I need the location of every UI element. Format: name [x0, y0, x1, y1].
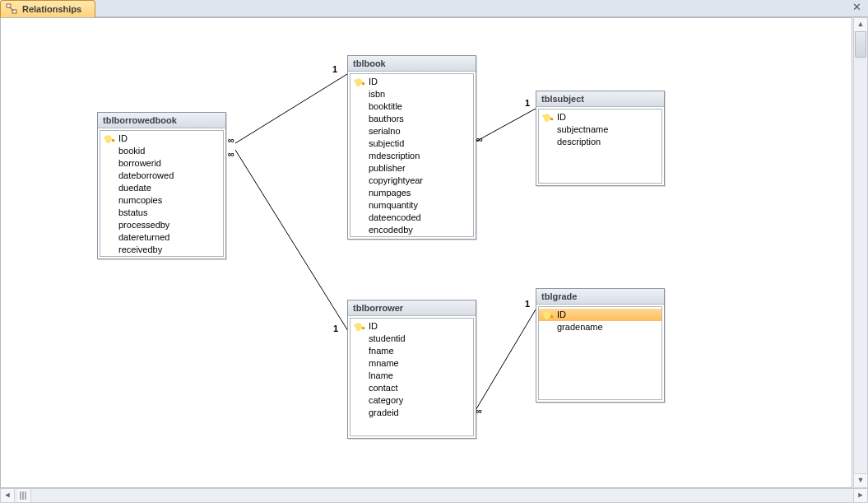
scroll-left-icon[interactable]: ◄ [1, 489, 15, 502]
field-row[interactable]: mname [350, 357, 473, 370]
close-icon[interactable]: ✕ [850, 2, 863, 15]
scroll-right-icon[interactable]: ► [853, 489, 867, 502]
table-tblborrower[interactable]: tblborrower ID studentid fname mname lna… [347, 300, 476, 439]
svg-line-5 [476, 109, 536, 142]
field-row[interactable]: ID [100, 133, 223, 145]
table-title[interactable]: tblborrowedbook [98, 113, 225, 128]
field-row[interactable]: encodedby [350, 224, 473, 236]
field-row[interactable]: publisher [350, 162, 473, 175]
field-row[interactable]: ID [350, 320, 473, 333]
field-row[interactable]: category [350, 394, 473, 407]
field-row[interactable]: bstatus [100, 207, 223, 219]
field-row[interactable]: subjectname [539, 123, 661, 136]
relationships-icon [6, 3, 17, 15]
tab-title: Relationships [22, 4, 81, 14]
field-row[interactable]: contact [350, 382, 473, 394]
table-title[interactable]: tblgrade [536, 289, 664, 305]
table-title[interactable]: tblsubject [536, 91, 664, 107]
tab-relationships[interactable]: Relationships [0, 0, 95, 17]
relationships-canvas[interactable]: 1 ∞ 1 ∞ 1 ∞ 1 ∞ tblborrowedbook ID booki… [0, 17, 852, 488]
field-row[interactable]: duedate [100, 182, 223, 194]
field-list: ID subjectname description [538, 109, 662, 184]
field-list: ID isbn booktitle bauthors serialno subj… [350, 73, 474, 237]
scroll-down-icon[interactable]: ▼ [854, 473, 867, 487]
field-row[interactable]: receivedby [100, 244, 223, 256]
svg-line-4 [235, 150, 348, 331]
vertical-scrollbar[interactable]: ▲ ▼ [853, 17, 868, 488]
field-row[interactable]: dateencoded [350, 212, 473, 224]
field-row[interactable]: booktitle [350, 100, 473, 113]
table-tblsubject[interactable]: tblsubject ID subjectname description [536, 91, 665, 186]
table-title[interactable]: tblbook [348, 56, 476, 72]
field-row[interactable]: lname [350, 370, 473, 382]
field-row[interactable]: ID [539, 111, 661, 123]
cardinality-label: ∞ [476, 134, 483, 144]
field-row[interactable]: subjectid [350, 137, 473, 150]
field-row[interactable]: datereturned [100, 231, 223, 244]
scroll-mode-icon[interactable] [17, 489, 31, 502]
tab-bar: Relationships ✕ [0, 0, 868, 17]
field-row[interactable]: gradeid [350, 407, 473, 419]
field-list: ID gradename [538, 306, 662, 400]
field-row[interactable]: description [539, 136, 661, 148]
field-row[interactable]: gradename [539, 321, 661, 333]
field-row[interactable]: ID [350, 76, 473, 88]
svg-line-6 [475, 310, 536, 412]
field-row[interactable]: ID [539, 309, 661, 321]
field-row[interactable]: numcopies [100, 194, 223, 207]
svg-rect-0 [7, 4, 11, 7]
field-row[interactable]: numquantity [350, 199, 473, 212]
field-row[interactable]: bookid [100, 145, 223, 157]
cardinality-label: 1 [333, 324, 338, 333]
cardinality-label: 1 [525, 98, 530, 108]
field-row[interactable]: bauthors [350, 113, 473, 125]
cardinality-label: 1 [525, 299, 530, 309]
field-row[interactable]: serialno [350, 125, 473, 137]
field-row[interactable]: borrowerid [100, 157, 223, 170]
field-row[interactable]: dateborrowed [100, 170, 223, 182]
svg-line-2 [9, 7, 14, 11]
cardinality-label: ∞ [228, 149, 234, 159]
cardinality-label: 1 [332, 64, 337, 74]
field-row[interactable]: mdescription [350, 150, 473, 162]
field-row[interactable]: fname [350, 345, 473, 357]
scroll-thumb[interactable] [855, 31, 866, 58]
table-tblbook[interactable]: tblbook ID isbn booktitle bauthors seria… [347, 55, 476, 240]
field-row[interactable]: numpages [350, 187, 473, 199]
field-row[interactable]: copyrightyear [350, 175, 473, 187]
svg-line-3 [235, 74, 347, 143]
table-tblgrade[interactable]: tblgrade ID gradename [536, 288, 665, 403]
field-list: ID studentid fname mname lname contact c… [350, 318, 474, 436]
table-title[interactable]: tblborrower [348, 300, 476, 316]
table-tblborrowedbook[interactable]: tblborrowedbook ID bookid borrowerid dat… [97, 112, 226, 259]
cardinality-label: ∞ [476, 406, 482, 416]
field-row[interactable]: studentid [350, 333, 473, 345]
field-row[interactable]: processedby [100, 219, 223, 231]
field-list: ID bookid borrowerid dateborrowed duedat… [100, 130, 224, 257]
cardinality-label: ∞ [228, 135, 234, 145]
field-row[interactable]: isbn [350, 88, 473, 100]
horizontal-scrollbar[interactable]: ◄ ► [0, 488, 868, 503]
scroll-up-icon[interactable]: ▲ [854, 18, 867, 32]
